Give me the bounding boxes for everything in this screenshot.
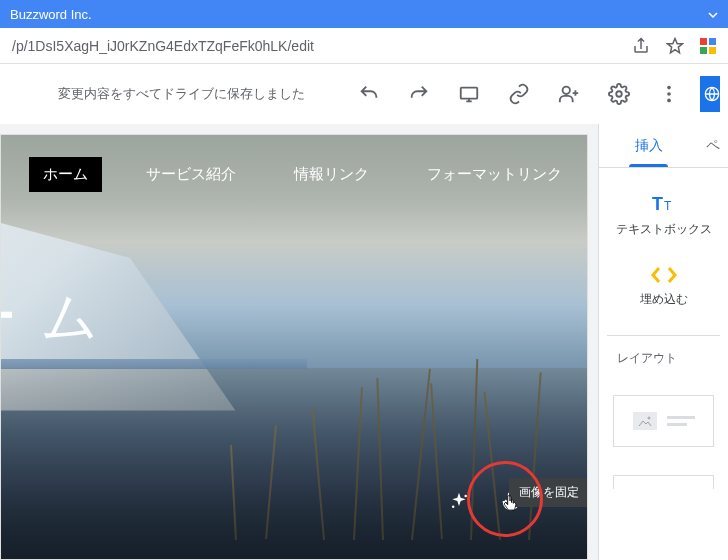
layout-lines-icon: [667, 416, 695, 426]
nav-format-link[interactable]: フォーマットリンク: [413, 157, 576, 192]
panel-tabs: 挿入 ペ: [599, 124, 728, 168]
svg-rect-0: [700, 38, 707, 45]
link-icon[interactable]: [508, 83, 530, 105]
image-placeholder-icon: [633, 412, 657, 430]
right-panel: 挿入 ペ TT テキストボックス 埋め込む レイアウト: [598, 124, 728, 560]
nav-info-link[interactable]: 情報リンク: [280, 157, 383, 192]
svg-point-5: [563, 87, 570, 94]
svg-point-11: [464, 495, 467, 498]
embed-label: 埋め込む: [640, 292, 688, 308]
insert-textbox[interactable]: TT テキストボックス: [607, 192, 720, 238]
page-heading[interactable]: ー ム: [0, 280, 102, 356]
svg-point-7: [667, 86, 671, 90]
layout-section-title: レイアウト: [607, 350, 720, 367]
address-bar: /p/1DsI5XagH_iJ0rKZnG4EdxTZqFeFk0hLK/edi…: [0, 28, 728, 64]
heading-underline: [1, 359, 307, 369]
star-icon[interactable]: [666, 37, 684, 55]
svg-text:T: T: [664, 199, 672, 213]
gear-icon[interactable]: [608, 83, 630, 105]
svg-text:T: T: [652, 194, 663, 214]
editor-toolbar: 変更内容をすべてドライブに保存しました: [0, 64, 728, 124]
save-status: 変更内容をすべてドライブに保存しました: [58, 85, 305, 103]
svg-point-8: [667, 92, 671, 96]
svg-rect-3: [709, 47, 716, 54]
cursor-pointer-icon: [501, 493, 519, 519]
svg-point-16: [648, 417, 650, 419]
nav-services[interactable]: サービス紹介: [132, 157, 250, 192]
textbox-icon: TT: [650, 192, 678, 214]
svg-point-6: [616, 91, 622, 97]
svg-rect-4: [461, 88, 478, 99]
layout-option-2[interactable]: [613, 475, 714, 489]
anchor-tooltip: 画像を固定: [509, 478, 588, 507]
grass-decoration: [1, 368, 587, 559]
svg-point-12: [452, 506, 455, 509]
redo-icon[interactable]: [408, 83, 430, 105]
svg-point-9: [667, 99, 671, 103]
sparkle-icon[interactable]: [449, 491, 469, 515]
svg-rect-1: [709, 38, 716, 45]
nav-home[interactable]: ホーム: [29, 157, 102, 192]
tab-insert[interactable]: 挿入: [599, 124, 698, 167]
window-title-bar: Buzzword Inc.: [0, 0, 728, 28]
preview-icon[interactable]: [458, 83, 480, 105]
chevron-down-icon[interactable]: [708, 8, 718, 20]
layout-option-1[interactable]: [613, 395, 714, 447]
svg-rect-2: [700, 47, 707, 54]
url-text[interactable]: /p/1DsI5XagH_iJ0rKZnG4EdxTZqFeFk0hLK/edi…: [8, 38, 632, 54]
textbox-label: テキストボックス: [616, 222, 712, 238]
page-canvas[interactable]: ホーム サービス紹介 情報リンク フォーマットリンク ー ム 画像を固定: [0, 124, 598, 560]
add-person-icon[interactable]: [558, 83, 580, 105]
puzzle-icon[interactable]: [700, 38, 716, 54]
share-icon[interactable]: [632, 37, 650, 55]
publish-button[interactable]: [700, 76, 720, 112]
embed-icon: [651, 266, 677, 284]
undo-icon[interactable]: [358, 83, 380, 105]
site-navigation: ホーム サービス紹介 情報リンク フォーマットリンク: [29, 157, 576, 192]
window-title: Buzzword Inc.: [10, 7, 708, 22]
tab-pages-partial[interactable]: ペ: [698, 124, 728, 167]
more-vert-icon[interactable]: [658, 83, 680, 105]
insert-embed[interactable]: 埋め込む: [607, 266, 720, 308]
